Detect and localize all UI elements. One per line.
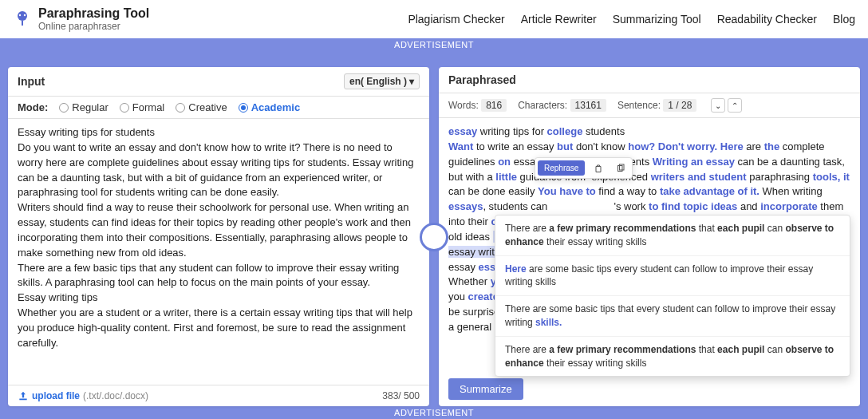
svg-rect-3 <box>22 21 23 26</box>
rephrase-button[interactable]: Rephrase <box>538 160 585 176</box>
mode-regular-label: Regular <box>72 101 108 113</box>
mode-academic[interactable]: Academic <box>239 101 300 113</box>
output-panel: Paraphrased Words: 816 Characters: 13161… <box>439 67 860 406</box>
language-label: en( English ) <box>349 76 407 87</box>
nav-readability[interactable]: Readability Checker <box>717 13 817 26</box>
radio-icon <box>120 103 129 113</box>
input-textarea[interactable]: Essay writing tips for students Do you w… <box>8 119 429 385</box>
words-value: 816 <box>481 99 507 112</box>
ad-bottom: ADVERTISEMENT <box>0 406 868 419</box>
header: Paraphrasing Tool Online paraphraser Pla… <box>0 0 868 38</box>
sentence-value: 1 / 28 <box>663 99 696 112</box>
mode-label: Mode: <box>18 101 48 113</box>
delete-icon[interactable] <box>587 158 610 178</box>
panels: Input en( English ) ▾ Mode: Regular Form… <box>8 67 860 406</box>
nav-plagiarism[interactable]: Plagiarism Checker <box>408 13 504 26</box>
radio-icon <box>59 103 69 113</box>
chars-label: Characters: <box>518 100 567 111</box>
mode-creative-label: Creative <box>188 101 227 113</box>
mode-formal[interactable]: Formal <box>120 101 164 113</box>
logo-icon <box>13 10 32 29</box>
mode-formal-label: Formal <box>132 101 164 113</box>
brand-subtitle: Online paraphraser <box>38 21 149 32</box>
suggestion-item[interactable]: There are some basic tips that every stu… <box>495 296 850 337</box>
ad-top: ADVERTISEMENT <box>0 38 868 51</box>
mode-creative[interactable]: Creative <box>176 101 227 113</box>
brand-title: Paraphrasing Tool <box>38 6 149 21</box>
stats-row: Words: 816 Characters: 13161 Sentence: 1… <box>439 93 860 118</box>
chevron-down-icon: ▾ <box>409 76 414 87</box>
upload-row: upload file(.txt/.doc/.docx) 383/ 500 <box>8 385 429 406</box>
input-heading: Input <box>18 75 45 88</box>
suggestion-item[interactable]: There are a few primary recommendations … <box>495 215 850 256</box>
summarize-button[interactable]: Summarize <box>448 378 523 400</box>
mode-row: Mode: Regular Formal Creative Academic <box>8 97 429 119</box>
chars-value: 13161 <box>570 99 606 112</box>
suggestion-popup: There are a few primary recommendations … <box>495 215 850 377</box>
sentence-label: Sentence: <box>617 100 661 111</box>
radio-icon <box>176 103 185 113</box>
svg-point-0 <box>18 11 27 21</box>
input-panel-head: Input en( English ) ▾ <box>8 67 429 97</box>
suggestion-item[interactable]: Here are some basic tips every student c… <box>495 256 850 297</box>
mode-academic-label: Academic <box>251 101 300 113</box>
output-heading: Paraphrased <box>448 73 516 86</box>
language-select[interactable]: en( English ) ▾ <box>344 73 420 89</box>
copy-icon[interactable] <box>610 158 632 178</box>
sentence-next-button[interactable]: ⌄ <box>711 98 725 113</box>
suggestion-item[interactable]: There are a few primary recommendations … <box>495 337 850 377</box>
input-panel: Input en( English ) ▾ Mode: Regular Form… <box>8 67 429 406</box>
upload-ext: (.txt/.doc/.docx) <box>83 390 148 401</box>
brand: Paraphrasing Tool Online paraphraser <box>13 6 149 32</box>
sentence-prev-button[interactable]: ⌃ <box>728 98 742 113</box>
char-counter: 383/ 500 <box>382 390 420 401</box>
nav-rewriter[interactable]: Article Rewriter <box>521 13 597 26</box>
nav-blog[interactable]: Blog <box>833 13 855 26</box>
svg-point-1 <box>19 14 21 16</box>
mode-regular[interactable]: Regular <box>59 101 108 113</box>
upload-icon <box>18 390 29 401</box>
nav: Plagiarism Checker Article Rewriter Summ… <box>408 13 855 26</box>
output-panel-head: Paraphrased <box>439 67 860 93</box>
upload-label: upload file <box>32 390 80 401</box>
swap-circle-icon[interactable] <box>420 223 448 251</box>
hero: Input en( English ) ▾ Mode: Regular Form… <box>0 51 868 406</box>
radio-icon <box>239 103 248 113</box>
brand-text: Paraphrasing Tool Online paraphraser <box>38 6 149 32</box>
words-label: Words: <box>448 100 479 111</box>
nav-summarizing[interactable]: Summarizing Tool <box>613 13 701 26</box>
svg-point-2 <box>24 14 26 16</box>
sentence-nav: ⌄ ⌃ <box>711 98 742 113</box>
selection-toolbar: Rephrase <box>535 157 633 179</box>
upload-button[interactable]: upload file(.txt/.doc/.docx) <box>18 390 148 401</box>
